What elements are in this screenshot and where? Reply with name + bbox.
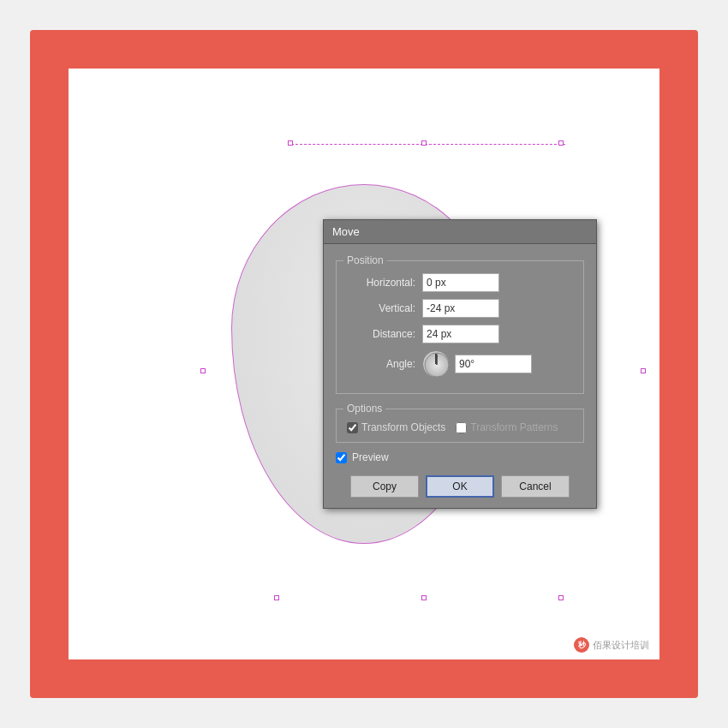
handle-mid-left (200, 368, 206, 373)
angle-dial[interactable] (422, 350, 450, 378)
transform-patterns-label[interactable]: Transform Patterns (456, 421, 558, 433)
options-group: Options Transform Objects Transform Patt… (336, 403, 584, 443)
handle-top-left (288, 140, 293, 146)
watermark: 秒 佰果设计培训 (574, 637, 649, 653)
transform-patterns-checkbox[interactable] (456, 422, 467, 433)
angle-input[interactable] (455, 355, 532, 373)
move-dialog: Move Position Horizontal: Vertical: D (323, 219, 597, 509)
preview-row: Preview (336, 451, 584, 463)
handle-mid-right (641, 368, 646, 373)
angle-row: Angle: (347, 350, 573, 378)
horizontal-label: Horizontal: (347, 277, 415, 289)
watermark-text: 佰果设计培训 (593, 639, 649, 652)
dialog-body: Position Horizontal: Vertical: Distance: (324, 244, 596, 508)
outer-frame: Move Position Horizontal: Vertical: D (30, 30, 698, 698)
angle-label: Angle: (347, 358, 415, 370)
handle-bottom-left (274, 595, 279, 600)
bounding-top-line (291, 144, 565, 145)
horizontal-row: Horizontal: (347, 273, 573, 292)
vertical-label: Vertical: (347, 302, 415, 314)
handle-top-right (558, 140, 564, 146)
dialog-title: Move (332, 225, 360, 238)
horizontal-input[interactable] (422, 273, 499, 292)
preview-label: Preview (352, 451, 389, 463)
dial-svg (423, 351, 451, 379)
cancel-button[interactable]: Cancel (501, 475, 570, 498)
vertical-row: Vertical: (347, 299, 573, 318)
transform-objects-checkbox[interactable] (347, 422, 358, 433)
preview-checkbox[interactable] (336, 452, 347, 463)
options-legend: Options (343, 403, 385, 415)
position-legend: Position (343, 254, 387, 266)
handle-bottom-mid (421, 595, 427, 600)
handle-bottom-right (558, 595, 564, 600)
distance-row: Distance: (347, 325, 573, 343)
button-row: Copy OK Cancel (336, 475, 584, 498)
transform-objects-label[interactable]: Transform Objects (347, 421, 445, 433)
copy-button[interactable]: Copy (350, 475, 419, 498)
vertical-input[interactable] (422, 299, 499, 318)
distance-label: Distance: (347, 328, 415, 340)
options-checkboxes: Transform Objects Transform Patterns (347, 421, 573, 433)
position-group: Position Horizontal: Vertical: Distance: (336, 254, 584, 394)
ok-button[interactable]: OK (426, 475, 494, 498)
dialog-title-bar: Move (324, 220, 596, 244)
watermark-logo: 秒 (574, 637, 589, 653)
handle-top-mid (421, 140, 427, 146)
distance-input[interactable] (422, 325, 499, 343)
angle-container (422, 350, 532, 378)
canvas-area: Move Position Horizontal: Vertical: D (69, 69, 659, 659)
